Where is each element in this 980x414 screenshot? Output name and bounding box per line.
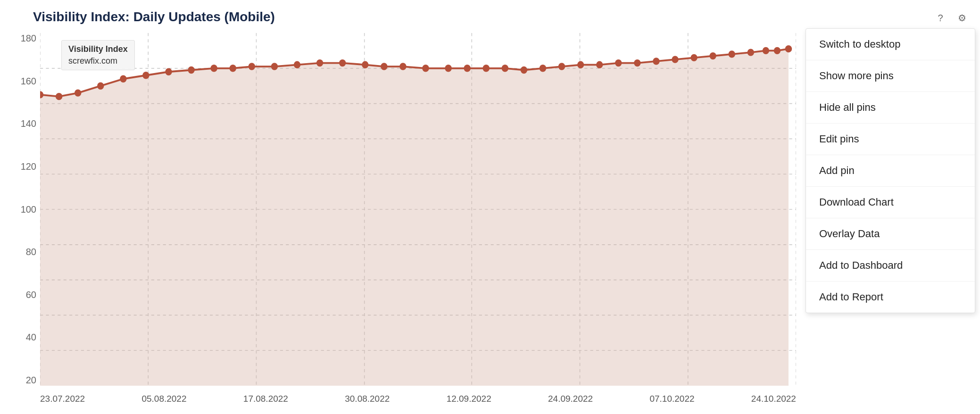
chart-title: Visibility Index: Daily Updates (Mobile) (33, 9, 966, 25)
svg-point-18 (56, 93, 62, 100)
svg-point-35 (422, 65, 429, 72)
x-label-7: 24.10.2022 (751, 394, 796, 404)
y-label-140: 140 (21, 118, 36, 129)
menu-item-add-pin[interactable]: Add pin (806, 155, 975, 187)
y-label-160: 160 (21, 76, 36, 87)
y-axis: 180 160 140 120 100 80 60 40 20 (14, 33, 40, 386)
svg-point-48 (672, 56, 678, 63)
svg-point-45 (615, 59, 622, 66)
y-label-20: 20 (26, 375, 36, 386)
svg-point-26 (230, 65, 236, 72)
svg-point-52 (747, 49, 754, 56)
menu-item-switch-desktop[interactable]: Switch to desktop (806, 29, 975, 60)
svg-point-25 (210, 65, 217, 72)
svg-point-24 (188, 66, 194, 74)
chart-svg (40, 33, 796, 386)
svg-point-47 (653, 58, 659, 65)
y-label-40: 40 (26, 332, 36, 343)
svg-point-39 (502, 65, 508, 72)
svg-point-33 (381, 63, 387, 70)
svg-point-50 (709, 52, 716, 59)
y-label-100: 100 (21, 204, 36, 215)
svg-point-29 (294, 61, 300, 68)
x-label-3: 30.08.2022 (345, 394, 390, 404)
svg-point-38 (483, 65, 490, 72)
svg-point-44 (596, 61, 603, 68)
menu-item-edit-pins[interactable]: Edit pins (806, 124, 975, 155)
x-label-5: 24.09.2022 (548, 394, 593, 404)
menu-item-overlay-data[interactable]: Overlay Data (806, 218, 975, 250)
gear-icon-button[interactable]: ⚙ (954, 9, 971, 26)
x-label-2: 17.08.2022 (243, 394, 288, 404)
svg-point-36 (445, 65, 451, 72)
svg-point-27 (249, 63, 255, 70)
y-label-180: 180 (21, 33, 36, 44)
y-label-60: 60 (26, 290, 36, 300)
y-label-120: 120 (21, 161, 36, 172)
svg-point-22 (142, 72, 149, 79)
svg-point-55 (785, 45, 792, 52)
svg-point-34 (399, 63, 406, 70)
context-menu: Switch to desktop Show more pins Hide al… (806, 28, 975, 313)
svg-point-21 (120, 75, 126, 83)
svg-point-51 (729, 50, 735, 58)
x-label-6: 07.10.2022 (649, 394, 694, 404)
y-label-80: 80 (26, 247, 36, 257)
svg-point-32 (362, 61, 368, 68)
svg-point-43 (577, 61, 584, 68)
svg-point-28 (271, 63, 278, 70)
svg-point-23 (165, 68, 172, 75)
svg-point-40 (521, 66, 527, 74)
menu-item-download-chart[interactable]: Download Chart (806, 187, 975, 218)
svg-point-46 (634, 59, 640, 66)
menu-item-add-report[interactable]: Add to Report (806, 282, 975, 313)
svg-point-53 (763, 47, 769, 54)
svg-point-20 (97, 83, 104, 90)
x-axis: 23.07.2022 05.08.2022 17.08.2022 30.08.2… (40, 388, 796, 409)
chart-container: Visibility Index: Daily Updates (Mobile)… (0, 0, 980, 414)
svg-point-41 (540, 65, 546, 72)
svg-point-37 (464, 65, 470, 72)
top-right-icons: ? ⚙ (932, 9, 971, 26)
menu-item-hide-all-pins[interactable]: Hide all pins (806, 92, 975, 124)
x-label-1: 05.08.2022 (141, 394, 186, 404)
svg-point-31 (339, 59, 346, 66)
svg-point-54 (774, 47, 781, 54)
menu-item-show-more-pins[interactable]: Show more pins (806, 60, 975, 92)
svg-point-42 (558, 63, 565, 70)
svg-point-30 (316, 59, 323, 66)
menu-item-add-dashboard[interactable]: Add to Dashboard (806, 250, 975, 282)
question-icon-button[interactable]: ? (932, 9, 949, 26)
x-label-0: 23.07.2022 (40, 394, 85, 404)
x-label-4: 12.09.2022 (447, 394, 491, 404)
svg-point-19 (75, 89, 81, 96)
svg-point-49 (690, 54, 697, 61)
